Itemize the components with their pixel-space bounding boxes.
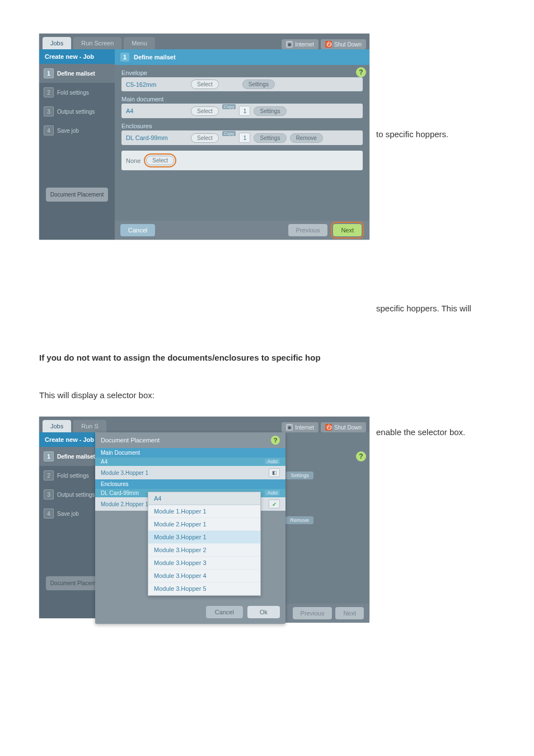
add-enclosure-row: None Select: [121, 151, 363, 170]
enclosures-section-label: Enclosures: [115, 118, 369, 130]
step-label: Output settings: [57, 492, 95, 498]
help-icon[interactable]: ?: [356, 451, 366, 461]
auto-check-icon[interactable]: ✓: [269, 500, 280, 508]
enclosures-section: Enclosures: [95, 479, 285, 489]
step-number: 1: [44, 68, 54, 78]
tab-jobs[interactable]: Jobs: [43, 420, 71, 432]
tab-jobs[interactable]: Jobs: [43, 37, 71, 49]
shutdown-label: Shut Down: [334, 424, 362, 431]
enclosure-count[interactable]: 1: [239, 133, 250, 143]
copy-badge: Copy: [222, 104, 236, 109]
envelope-settings-button[interactable]: Settings: [242, 80, 275, 89]
main-document-name: A4 Auto: [95, 458, 285, 466]
dialog-title: Document Placement: [101, 437, 160, 444]
dropdown-option-selected[interactable]: Module 3.Hopper 1: [148, 531, 260, 544]
select-highlight-ring: Select: [144, 153, 176, 167]
auto-label: Auto: [265, 459, 280, 464]
annotation-enable-selector: enable the selector box.: [376, 417, 465, 438]
step-number: 1: [44, 451, 54, 461]
help-icon[interactable]: ?: [356, 67, 366, 77]
none-label: None: [126, 157, 140, 164]
step-number: 4: [44, 125, 54, 136]
dropdown-option[interactable]: Module 2.Hopper 1: [148, 518, 260, 531]
main-document-section-label: Main document: [115, 91, 369, 104]
dropdown-option[interactable]: Module 3.Hopper 2: [148, 544, 260, 557]
power-icon: ⏻: [325, 424, 332, 431]
next-button[interactable]: Next: [333, 224, 362, 236]
copy-badge: Copy: [222, 131, 236, 136]
hopper-selector-dropdown[interactable]: A4 Module 1.Hopper 1 Module 2.Hopper 1 M…: [148, 492, 261, 596]
enclosure-remove-button[interactable]: Remove: [290, 133, 323, 143]
step-number: 2: [44, 87, 54, 97]
step-output-settings[interactable]: 3 Output settings: [39, 102, 115, 121]
next-button-disabled: Next: [335, 607, 364, 619]
cancel-button[interactable]: Cancel: [120, 224, 155, 236]
maindoc-settings-button[interactable]: Settings: [254, 106, 286, 116]
annotation-specific-hoppers-next: specific hoppers. This will: [376, 303, 471, 314]
step-fold-settings[interactable]: 2 Fold settings: [39, 83, 115, 102]
behind-remove-chip: Remove: [285, 516, 313, 524]
document-placement-dialog: Document Placement ? Main Document A4 Au…: [95, 432, 285, 624]
auto-label: Auto: [265, 490, 280, 496]
enclosure-settings-button[interactable]: Settings: [254, 133, 286, 143]
heading-do-not-assign: If you do not want to assign the documen…: [39, 353, 495, 362]
dropdown-option[interactable]: Module 3.Hopper 3: [148, 557, 260, 570]
maindoc-count[interactable]: 1: [239, 106, 250, 116]
step-number: 2: [44, 470, 54, 480]
shutdown-button[interactable]: ⏻ Shut Down: [321, 422, 366, 432]
envelope-select-button[interactable]: Select: [191, 80, 219, 89]
internet-label: Internet: [295, 41, 314, 48]
step-label: Define mailset: [57, 71, 95, 77]
step-label: Fold settings: [57, 473, 89, 479]
step-save-job[interactable]: 4 Save job: [39, 121, 115, 140]
shutdown-label: Shut Down: [334, 41, 362, 48]
maindoc-select-button[interactable]: Select: [191, 106, 219, 116]
step-label: Output settings: [57, 109, 95, 115]
step-label: Save job: [57, 128, 79, 134]
annotation-specific-hoppers: to specific hoppers.: [376, 129, 471, 140]
main-document-name: A4: [126, 108, 188, 114]
previous-button: Previous: [293, 607, 332, 619]
wizard-steps-sidebar: Create new - Job 1 Define mailset 2 Fold…: [39, 49, 115, 240]
panel-title-number: 1: [120, 53, 129, 62]
dialog-ok-button[interactable]: Ok: [247, 606, 280, 618]
enclosure-name-text: DL Card-99mm: [101, 490, 139, 496]
dialog-cancel-button[interactable]: Cancel: [206, 606, 243, 618]
dropdown-option[interactable]: Module 1.Hopper 1: [148, 505, 260, 518]
none-select-button[interactable]: Select: [146, 156, 174, 165]
envelope-name: C5-162mm: [126, 81, 188, 88]
internet-icon: ▣: [286, 41, 293, 48]
help-icon[interactable]: ?: [271, 436, 280, 445]
next-highlight-ring: Next: [331, 222, 364, 239]
internet-icon: ▣: [286, 424, 293, 431]
screenshot-document-placement: Jobs Run S ▣ Internet ⏻ Shut Down Create…: [39, 417, 369, 618]
step-define-mailset[interactable]: 1 Define mailset: [39, 64, 115, 83]
sidebar-title: Create new - Job: [39, 49, 115, 64]
dropdown-option[interactable]: Module 3.Hopper 5: [148, 582, 260, 595]
main-document-hopper-row[interactable]: Module 3.Hopper 1 ◧: [95, 466, 285, 479]
internet-indicator[interactable]: ▣ Internet: [282, 422, 318, 432]
envelope-section-label: Envelope: [115, 65, 369, 77]
screenshot-define-mailset: Jobs Run Screen Menu ▣ Internet ⏻ Shut D…: [39, 34, 369, 240]
auto-toggle-icon[interactable]: ◧: [269, 468, 280, 477]
dropdown-option[interactable]: Module 3.Hopper 4: [148, 570, 260, 582]
previous-button[interactable]: Previous: [288, 224, 328, 236]
internet-indicator[interactable]: ▣ Internet: [282, 39, 318, 49]
tab-menu[interactable]: Menu: [124, 37, 155, 49]
wizard-footer: Cancel Previous Next: [115, 221, 369, 240]
dialog-footer: Cancel Ok: [95, 600, 285, 624]
enclosure-select-button[interactable]: Select: [191, 133, 219, 143]
tab-run-screen-truncated[interactable]: Run S: [73, 420, 106, 432]
step-label: Save job: [57, 511, 79, 517]
hopper-assignment: Module 2.Hopper 1: [101, 501, 148, 507]
power-icon: ⏻: [325, 41, 332, 48]
tab-run-screen[interactable]: Run Screen: [73, 37, 121, 49]
main-document-section: Main Document: [95, 448, 285, 458]
main-document-row: A4 Select Copy 1 Settings: [121, 104, 363, 118]
document-placement-button[interactable]: Document Placement: [46, 188, 108, 202]
top-tabbar: Jobs Run Screen Menu ▣ Internet ⏻ Shut D…: [39, 34, 369, 49]
shutdown-button[interactable]: ⏻ Shut Down: [321, 39, 366, 49]
dropdown-header: A4: [148, 492, 260, 505]
step-number: 3: [44, 489, 54, 500]
top-tabbar: Jobs Run S ▣ Internet ⏻ Shut Down: [39, 417, 369, 432]
